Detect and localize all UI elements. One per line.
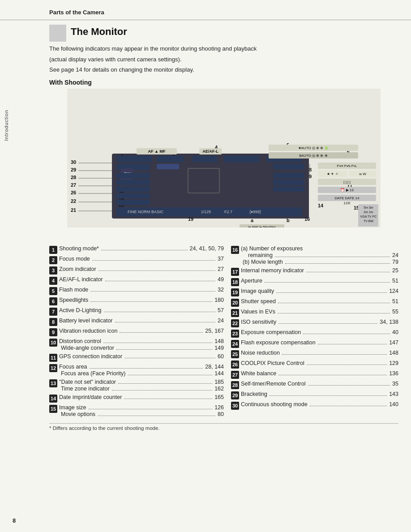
svg-text:$AUTO ◎ ⊕ ⊕ ⊕: $AUTO ◎ ⊕ ⊕ ⊕ [299, 154, 327, 158]
item-18: 18 Aperture 51 [231, 277, 398, 287]
svg-text:DATE DATE 14: DATE DATE 14 [335, 196, 360, 200]
num-26: 26 [71, 190, 76, 195]
item-3: 3 Zoom indicator 27 [49, 265, 224, 275]
svg-rect-14 [116, 180, 150, 185]
svg-rect-2 [116, 156, 152, 162]
num-30: 30 [71, 159, 76, 165]
item-29: 29 Bracketing 143 [231, 390, 398, 400]
num-21: 21 [71, 207, 76, 213]
svg-text:a: a [251, 218, 254, 223]
svg-rect-5 [224, 156, 260, 162]
svg-rect-17 [116, 200, 150, 205]
num-22: 22 [71, 198, 76, 204]
footnote: * Differs according to the current shoot… [49, 423, 398, 431]
svg-text:★AUTO ◎ ⊕ ⊕ 🔋: ★AUTO ◎ ⊕ ⊕ 🔋 [298, 146, 329, 150]
svg-rect-3 [157, 156, 184, 162]
sidebar-label: Introduction [4, 110, 9, 141]
item-26: 26 COOLPIX Picture Control 129 [231, 359, 398, 369]
svg-rect-15 [116, 186, 150, 192]
item-16: 16 (a) Number of exposures remaining 24 … [231, 245, 398, 266]
svg-text:2m 1m: 2m 1m [364, 210, 373, 214]
left-column: 1 Shooting mode* 24, 41, 50, 79 2 Focus … [49, 245, 224, 419]
item-4: 4 AE/AF-L indicator 49 [49, 275, 224, 286]
item-21: 21 Values in EVs 55 [231, 308, 398, 318]
item-24: 24 Flash exposure compensation 147 [231, 339, 398, 349]
svg-text:★ ✦ ✧: ★ ✦ ✧ [327, 172, 338, 176]
item-1: 1 Shooting mode* 24, 41, 50, 79 [49, 245, 224, 255]
svg-text:123!: 123! [343, 201, 351, 205]
section-icon [49, 25, 66, 42]
item-8: 8 Battery level indicator 24 [49, 317, 224, 327]
num-29: 29 [71, 167, 76, 172]
item-19: 19 Image quality 124 [231, 287, 398, 297]
top-bar: Parts of the Camera [0, 0, 411, 20]
sidebar: Introduction [0, 54, 13, 197]
svg-text:1/125: 1/125 [201, 210, 211, 214]
item-7: 7 Active D-Lighting 57 [49, 306, 224, 317]
item-23: 23 Exposure compensation 40 [231, 328, 398, 339]
page-title: Parts of the Camera [49, 9, 104, 16]
diagram-svg: 30 29 28 27 26 22 21 1 2 3 4 5 6 7 8 9 1… [67, 89, 381, 227]
item-6: 6 Speedlights 180 [49, 296, 224, 306]
intro-line-3: See page 14 for details on changing the … [49, 65, 398, 74]
item-22: 22 ISO sensitivity 34, 138 [231, 318, 398, 328]
right-column: 16 (a) Number of exposures remaining 24 … [224, 245, 398, 419]
svg-rect-9 [273, 164, 304, 169]
num-27: 27 [71, 182, 76, 188]
footnote-text: * Differs according to the current shoot… [49, 425, 160, 431]
svg-rect-18 [273, 173, 304, 178]
svg-text:TV BW: TV BW [364, 219, 374, 223]
svg-rect-13 [116, 173, 150, 178]
intro-line-2: (actual display varies with current came… [49, 55, 398, 64]
page: Introduction Parts of the Camera The Mon… [0, 0, 411, 532]
page-number: 8 [13, 517, 16, 524]
svg-text:AF ▲ MF: AF ▲ MF [148, 149, 166, 154]
num-28: 28 [71, 175, 76, 180]
intro-line-1: The following indicators may appear in t… [49, 44, 398, 53]
item-5: 5 Flash mode 32 [49, 286, 224, 296]
svg-text:[♦999]: [♦999] [250, 210, 261, 214]
main-content: The Monitor The following indicators may… [0, 25, 411, 440]
svg-rect-8 [157, 164, 179, 169]
item-30: 30 Continuous shooting mode 140 [231, 400, 398, 411]
svg-text:b: b [287, 218, 290, 223]
item-28: 28 Self-timer/Remote Control 35 [231, 380, 398, 390]
item-2: 2 Focus mode 37 [49, 255, 224, 265]
svg-text:P•H P•N P•L: P•H P•N P•L [337, 164, 357, 168]
svg-rect-16 [116, 193, 150, 198]
svg-text:[♦ 999] [♦ 59m59s]: [♦ 999] [♦ 59m59s] [248, 225, 275, 227]
subsection-title: With Shooting [49, 79, 398, 86]
item-17: 17 Internal memory indicator 25 [231, 266, 398, 277]
svg-text:5m 3m: 5m 3m [364, 206, 373, 209]
item-14: 14 Date imprint/date counter 165 [49, 393, 224, 403]
item-27: 27 White balance 136 [231, 369, 398, 380]
items-grid: 1 Shooting mode* 24, 41, 50, 79 2 Focus … [49, 245, 398, 419]
svg-text:VGA TV PC: VGA TV PC [360, 215, 377, 218]
item-20: 20 Shutter speed 51 [231, 297, 398, 308]
item-25: 25 Noise reduction 148 [231, 349, 398, 359]
section-title: The Monitor [71, 26, 127, 38]
item-12: 12 Focus area 28, 144 Focus area (Face P… [49, 363, 224, 378]
item-15: 15 Image size 126 Movie options 80 [49, 403, 224, 419]
svg-rect-4 [193, 156, 217, 162]
svg-rect-19 [273, 180, 304, 185]
svg-text:F2.7: F2.7 [224, 210, 232, 214]
svg-text:⏰ ▶ 13: ⏰ ▶ 13 [340, 188, 354, 192]
item-10: 10 Distortion control 148 Wide-angle con… [49, 337, 224, 352]
monitor-diagram: 30 29 28 27 26 22 21 1 2 3 4 5 6 7 8 9 1… [49, 89, 398, 236]
svg-text:w W: w W [359, 172, 366, 176]
svg-rect-20 [273, 186, 304, 192]
item-9: 9 Vibration reduction icon 25, 167 [49, 327, 224, 337]
item-11: 11 GPS connection indicator 60 [49, 352, 224, 363]
item-13: 13 "Date not set" indicator 185 Time zon… [49, 378, 224, 393]
num-14r: 14 [318, 203, 324, 208]
svg-text:FINE NORM BASIC: FINE NORM BASIC [128, 210, 164, 214]
svg-text:[ ] [ ]: [ ] [ ] [343, 180, 351, 184]
svg-text:AE/AF-L: AE/AF-L [202, 149, 218, 154]
